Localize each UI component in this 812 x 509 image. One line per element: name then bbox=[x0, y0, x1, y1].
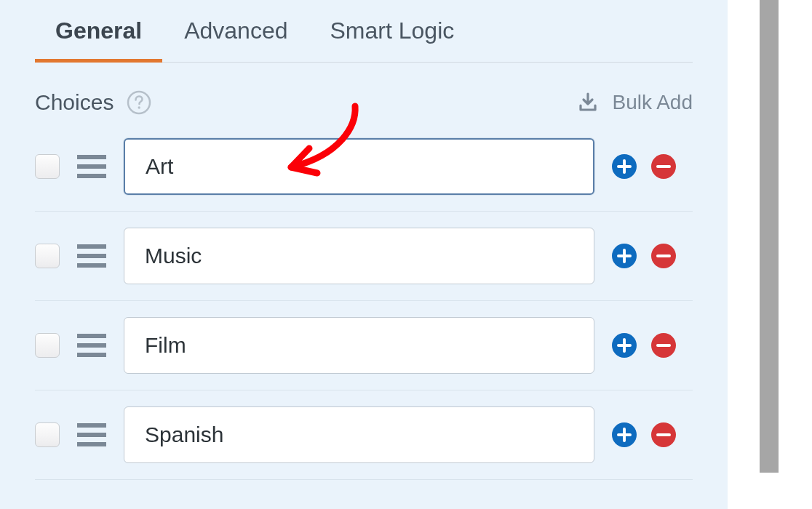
choices-label: Choices bbox=[35, 90, 114, 115]
drag-handle-icon[interactable] bbox=[77, 334, 106, 357]
tabs-bar: General Advanced Smart Logic bbox=[35, 0, 693, 63]
scrollbar-thumb[interactable] bbox=[760, 0, 779, 473]
remove-choice-button[interactable] bbox=[651, 154, 676, 179]
remove-choice-button[interactable] bbox=[651, 422, 676, 447]
choices-header: Choices Bulk Add bbox=[35, 63, 693, 122]
add-choice-button[interactable] bbox=[612, 422, 637, 447]
choice-text-input[interactable] bbox=[124, 406, 594, 463]
choice-checkbox[interactable] bbox=[35, 333, 60, 358]
choice-text-input[interactable] bbox=[124, 138, 594, 195]
svg-point-1 bbox=[138, 106, 140, 108]
choice-row bbox=[35, 122, 693, 212]
drag-handle-icon[interactable] bbox=[77, 155, 106, 178]
add-choice-button[interactable] bbox=[612, 333, 637, 358]
download-icon bbox=[577, 92, 599, 113]
choice-row bbox=[35, 390, 693, 480]
remove-choice-button[interactable] bbox=[651, 333, 676, 358]
choice-text-input[interactable] bbox=[124, 228, 594, 284]
bulk-add-label: Bulk Add bbox=[612, 91, 693, 114]
choice-row bbox=[35, 301, 693, 390]
remove-choice-button[interactable] bbox=[651, 244, 676, 268]
choice-checkbox[interactable] bbox=[35, 422, 60, 447]
add-choice-button[interactable] bbox=[612, 244, 637, 268]
help-icon[interactable] bbox=[127, 90, 151, 115]
choice-checkbox[interactable] bbox=[35, 154, 60, 179]
settings-panel: General Advanced Smart Logic Choices Bu bbox=[0, 0, 728, 509]
choice-checkbox[interactable] bbox=[35, 244, 60, 268]
tab-general[interactable]: General bbox=[55, 17, 142, 62]
drag-handle-icon[interactable] bbox=[77, 423, 106, 446]
drag-handle-icon[interactable] bbox=[77, 244, 106, 268]
tab-smart-logic[interactable]: Smart Logic bbox=[330, 17, 455, 62]
bulk-add-button[interactable]: Bulk Add bbox=[577, 91, 693, 114]
add-choice-button[interactable] bbox=[612, 154, 637, 179]
choice-row bbox=[35, 212, 693, 301]
tab-advanced[interactable]: Advanced bbox=[184, 17, 287, 62]
choice-text-input[interactable] bbox=[124, 317, 594, 374]
scrollbar-track bbox=[747, 0, 812, 509]
